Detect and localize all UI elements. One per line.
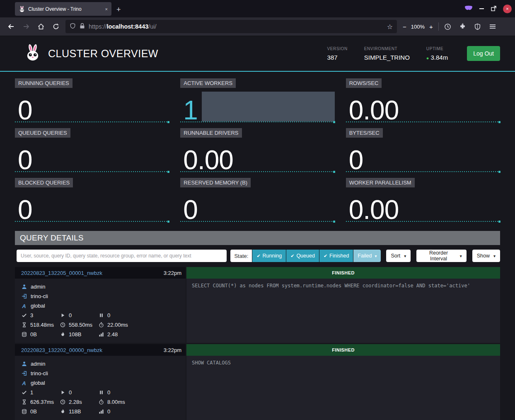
- query-resource-group: global: [31, 303, 45, 309]
- user-icon: [21, 361, 27, 367]
- filter-finished-button[interactable]: ✔ Finished: [319, 250, 353, 262]
- version-value: 387: [327, 54, 348, 61]
- cluster-stats: RUNNING QUERIES 0 ACTIVE WORKERS 1 ROWS/…: [15, 78, 500, 222]
- query-source-row: trino-cli: [15, 291, 186, 301]
- browser-tab[interactable]: Cluster Overview - Trino ×: [15, 2, 111, 16]
- extension-button[interactable]: [456, 20, 470, 33]
- stat-label: ACTIVE WORKERS: [180, 78, 236, 88]
- active-workers-sparkline: [202, 92, 334, 121]
- stat-label: ROWS/SEC: [346, 78, 382, 88]
- home-button[interactable]: [34, 20, 48, 33]
- toolbar-separator: [438, 22, 439, 31]
- query-id-link[interactable]: 20220823_132205_00001_nwbzk: [21, 270, 102, 276]
- caret-down-icon: ▾: [404, 254, 406, 258]
- show-dropdown[interactable]: Show ▾: [472, 250, 500, 262]
- caret-down-icon: ▾: [375, 254, 377, 258]
- query-user-row: admin: [15, 282, 186, 291]
- uptime-label: UPTIME: [426, 46, 448, 51]
- tab-title: Cluster Overview - Trino: [28, 6, 102, 12]
- filter-failed-label: Failed: [358, 253, 372, 259]
- query-resource-group-row: A global: [15, 301, 186, 311]
- back-button[interactable]: [4, 20, 18, 33]
- database-icon: [21, 332, 27, 337]
- check-icon: ✔: [290, 253, 294, 259]
- bookmark-star-icon[interactable]: ☆: [387, 23, 393, 31]
- query-summary-panel: admin trino-cli A global 1: [15, 356, 186, 420]
- stat-value: 0: [183, 199, 198, 221]
- query-card-header-left: 20220823_132205_00001_nwbzk 3:22pm: [15, 267, 186, 279]
- zoom-out-button[interactable]: −: [403, 23, 406, 30]
- query-summary-panel: admin trino-cli A global 3: [15, 279, 186, 343]
- filter-running-button[interactable]: ✔ Running: [252, 250, 286, 262]
- query-card-header-left: 20220823_132202_00000_nwbzk 3:22pm: [15, 344, 186, 356]
- query-card: 20220823_132205_00001_nwbzk 3:22pm FINIS…: [15, 267, 500, 343]
- sparkline-baseline: [180, 221, 334, 222]
- query-search-input[interactable]: [17, 250, 227, 262]
- flame-icon: [60, 409, 65, 415]
- query-time: 3:22pm: [164, 270, 181, 276]
- sparkline-baseline: [15, 121, 169, 122]
- sort-dropdown[interactable]: Sort ▾: [386, 250, 411, 262]
- close-window-button[interactable]: ×: [503, 5, 512, 13]
- current-memory: 0B: [21, 330, 60, 339]
- wall-time: 626.37ms: [21, 397, 60, 407]
- home-icon: [38, 23, 44, 30]
- user-icon: [21, 284, 27, 290]
- check-icon: ✔: [256, 253, 260, 259]
- logout-button[interactable]: Log Out: [467, 46, 500, 61]
- query-sql-text: SELECT COUNT(*) as nodes FROM system.run…: [186, 279, 500, 343]
- lock-icon[interactable]: [80, 23, 85, 31]
- query-id-link[interactable]: 20220823_132202_00000_nwbzk: [21, 347, 102, 353]
- new-tab-button[interactable]: +: [116, 6, 121, 13]
- uptime-text: 3.84m: [430, 54, 448, 61]
- stat-label: BLOCKED QUERIES: [15, 178, 73, 187]
- browser-window: Cluster Overview - Trino × + ×: [0, 0, 515, 420]
- minimize-icon: [479, 8, 484, 9]
- stat-value: 0.00: [349, 199, 399, 221]
- show-label: Show: [477, 253, 490, 259]
- query-source: trino-cli: [31, 370, 48, 376]
- query-filter-toolbar: State: ✔ Running ✔ Queued ✔ Finished Fai…: [17, 250, 500, 262]
- minimize-button[interactable]: [479, 8, 484, 9]
- menu-button[interactable]: [486, 20, 500, 33]
- tab-close-icon[interactable]: ×: [105, 7, 108, 12]
- hamburger-icon: [489, 23, 496, 30]
- queued-splits-pause-icon: [98, 313, 104, 318]
- zoom-in-button[interactable]: +: [429, 23, 433, 30]
- completed-splits-check-icon: [21, 313, 27, 318]
- stat-value: 0: [18, 100, 32, 121]
- sparkline-baseline: [180, 121, 334, 122]
- filter-queued-button[interactable]: ✔ Queued: [286, 250, 319, 262]
- query-card: 20220823_132202_00000_nwbzk 3:22pm FINIS…: [15, 344, 500, 420]
- bar-chart-icon: [98, 332, 104, 337]
- history-clock-icon: [444, 23, 451, 30]
- running-splits: 0: [60, 311, 98, 320]
- query-card-body: admin trino-cli A global 3: [15, 279, 500, 343]
- maximize-button[interactable]: [491, 6, 496, 12]
- forward-button[interactable]: [19, 20, 33, 33]
- sort-label: Sort: [391, 253, 400, 259]
- url-host: localhost:8443: [107, 23, 149, 30]
- url-bar[interactable]: https://localhost:8443/ui/ ☆: [65, 20, 397, 33]
- query-details-header: QUERY DETAILS: [15, 231, 500, 245]
- peak-memory: 118B: [60, 407, 98, 416]
- cumulative-memory: 2.48: [98, 330, 186, 339]
- url-text: https://localhost:8443/ui/: [89, 23, 383, 30]
- query-card-header: 20220823_132202_00000_nwbzk 3:22pm FINIS…: [15, 344, 500, 356]
- reorder-interval-dropdown[interactable]: Reorder Interval ▾: [416, 250, 466, 262]
- query-sql-text: SHOW CATALOGS: [186, 356, 500, 420]
- filter-failed-dropdown[interactable]: Failed ▾: [353, 250, 381, 262]
- reload-button[interactable]: [49, 20, 63, 33]
- completed-splits-check-icon: [21, 390, 27, 396]
- stat-card-rows-sec: ROWS/SEC 0.00: [346, 78, 500, 122]
- reorder-interval-label: Reorder Interval: [421, 250, 456, 262]
- permissions-shield-icon[interactable]: [70, 23, 76, 31]
- zoom-level[interactable]: 100%: [411, 24, 425, 30]
- tab-bar: Cluster Overview - Trino × + ×: [0, 0, 515, 17]
- tracking-shield-icon[interactable]: [471, 20, 485, 33]
- clock-icon: [60, 399, 65, 405]
- filter-running-label: Running: [263, 253, 282, 259]
- history-button[interactable]: [441, 20, 455, 33]
- filter-queued-label: Queued: [296, 253, 314, 259]
- sparkline-baseline: [15, 171, 169, 172]
